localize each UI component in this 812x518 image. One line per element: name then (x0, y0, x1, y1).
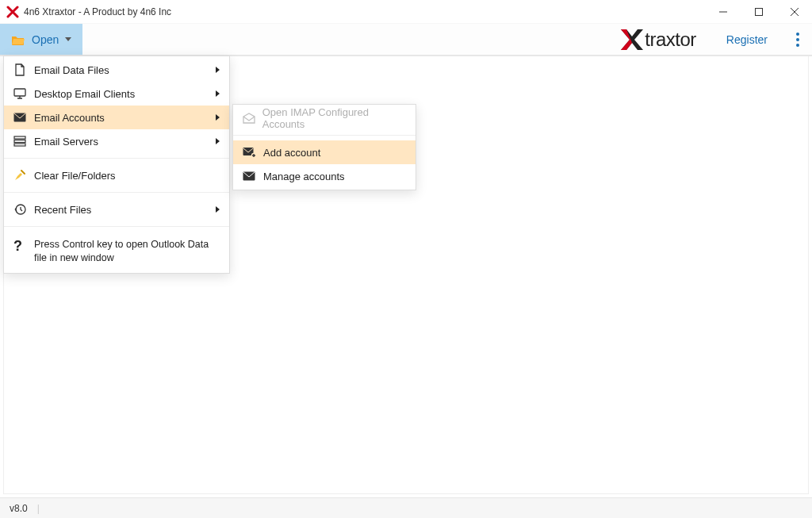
svg-rect-6 (14, 136, 25, 139)
chevron-right-icon (216, 90, 220, 97)
minimize-button[interactable] (705, 0, 741, 24)
submenu-separator (233, 135, 416, 136)
title-bar: 4n6 Xtraxtor - A Product by 4n6 Inc (0, 0, 812, 24)
envelope-open-icon (243, 113, 262, 124)
menu-item-label: Email Servers (34, 136, 216, 148)
menu-item-email-data-files[interactable]: Email Data Files (4, 58, 229, 82)
menu-separator (4, 226, 229, 227)
logo-text: traxtor (645, 29, 696, 51)
svg-rect-4 (14, 89, 25, 96)
menu-item-email-servers[interactable]: Email Servers (4, 129, 229, 153)
app-icon (6, 6, 19, 18)
envelope-plus-icon (243, 147, 263, 158)
menu-item-label: Recent Files (34, 204, 216, 216)
svg-point-3 (796, 44, 799, 47)
register-label: Register (726, 33, 768, 46)
close-button[interactable] (776, 0, 812, 24)
svg-point-1 (796, 33, 799, 36)
svg-rect-8 (14, 144, 25, 146)
document-icon (13, 63, 34, 76)
register-link[interactable]: Register (710, 24, 783, 55)
menu-item-clear-file-folders[interactable]: Clear File/Folders (4, 163, 229, 187)
menu-item-label: Email Data Files (34, 64, 216, 76)
svg-rect-7 (14, 140, 25, 143)
server-icon (13, 136, 34, 147)
chevron-down-icon (65, 37, 71, 41)
menu-item-help-text: ? Press Control key to open Outlook Data… (4, 232, 229, 271)
menu-item-label: Press Control key to open Outlook Data f… (34, 238, 220, 265)
status-bar: v8.0 | (0, 497, 812, 518)
open-button-label: Open (32, 33, 59, 46)
maximize-button[interactable] (741, 0, 776, 24)
menu-item-label: Desktop Email Clients (34, 88, 216, 100)
chevron-right-icon (216, 114, 220, 121)
logo-x-icon (621, 29, 643, 50)
menu-separator (4, 158, 229, 159)
version-label: v8.0 (10, 503, 28, 514)
submenu-add-account[interactable]: Add account (233, 140, 416, 164)
folder-open-icon (11, 34, 25, 45)
toolbar: Open traxtor Register (0, 24, 812, 56)
submenu-label: Open IMAP Configured Accounts (262, 106, 406, 130)
help-icon: ? (13, 238, 34, 255)
history-icon (13, 203, 34, 216)
submenu-open-imap: Open IMAP Configured Accounts (233, 106, 416, 130)
chevron-right-icon (216, 138, 220, 144)
broom-icon (13, 169, 34, 182)
open-button[interactable]: Open (0, 24, 82, 55)
desktop-icon (13, 88, 34, 99)
menu-item-desktop-email-clients[interactable]: Desktop Email Clients (4, 82, 229, 106)
open-menu: Email Data Files Desktop Email Clients E… (3, 56, 230, 274)
submenu-label: Add account (263, 147, 320, 159)
email-accounts-submenu: Open IMAP Configured Accounts Add accoun… (232, 104, 416, 190)
envelope-icon (13, 113, 34, 122)
window-title: 4n6 Xtraxtor - A Product by 4n6 Inc (24, 6, 171, 17)
submenu-label: Manage accounts (263, 171, 345, 182)
chevron-right-icon (216, 67, 220, 73)
menu-item-recent-files[interactable]: Recent Files (4, 198, 229, 221)
menu-separator (4, 192, 229, 193)
menu-item-email-accounts[interactable]: Email Accounts (4, 106, 229, 129)
envelope-icon (243, 171, 263, 181)
submenu-manage-accounts[interactable]: Manage accounts (233, 164, 416, 188)
menu-item-label: Email Accounts (34, 112, 216, 124)
chevron-right-icon (216, 206, 220, 213)
more-options-button[interactable] (783, 24, 812, 55)
menu-item-label: Clear File/Folders (34, 170, 220, 182)
svg-point-2 (796, 38, 799, 41)
status-separator: | (37, 503, 40, 514)
svg-rect-0 (755, 8, 762, 15)
brand-logo: traxtor (621, 24, 710, 55)
more-vertical-icon (796, 33, 799, 47)
